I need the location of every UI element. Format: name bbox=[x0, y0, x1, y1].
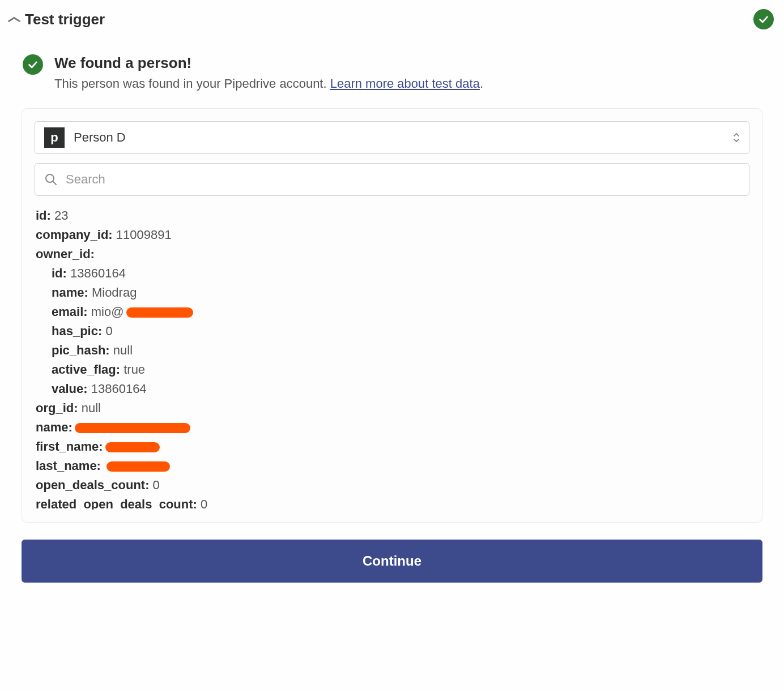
field-first-name: first_name: bbox=[36, 437, 748, 456]
redacted-firstname-icon bbox=[105, 442, 160, 452]
found-subtext: This person was found in your Pipedrive … bbox=[54, 76, 483, 91]
chevron-updown-icon bbox=[733, 132, 740, 143]
redacted-name-icon bbox=[75, 423, 190, 433]
person-selector[interactable]: p Person D bbox=[35, 121, 749, 154]
collapse-chevron-icon[interactable] bbox=[8, 14, 20, 25]
field-owner-value: value: 13860164 bbox=[36, 379, 748, 399]
redacted-lastname-icon bbox=[106, 461, 170, 472]
status-check-icon bbox=[753, 9, 774, 29]
svg-line-1 bbox=[53, 181, 56, 185]
field-name: name: bbox=[36, 418, 748, 437]
field-owner-active-flag: active_flag: true bbox=[36, 360, 748, 379]
field-id: id: 23 bbox=[36, 206, 748, 225]
section-title: Test trigger bbox=[25, 11, 747, 28]
found-heading: We found a person! bbox=[54, 54, 483, 72]
test-data-card: p Person D id: 23 company_id: 11009891 o… bbox=[22, 108, 762, 523]
record-data-panel[interactable]: id: 23 company_id: 11009891 owner_id: id… bbox=[35, 204, 749, 510]
search-input[interactable] bbox=[66, 172, 740, 187]
field-last-name: last_name: bbox=[36, 456, 748, 476]
person-selector-label: Person D bbox=[74, 130, 733, 145]
learn-more-link[interactable]: Learn more about test data bbox=[330, 76, 480, 91]
pipedrive-logo-icon: p bbox=[44, 127, 65, 148]
search-box[interactable] bbox=[35, 163, 749, 196]
redacted-email-icon bbox=[126, 307, 193, 318]
field-owner-id: owner_id: bbox=[36, 245, 748, 264]
field-owner-id-id: id: 13860164 bbox=[36, 264, 748, 283]
found-check-icon bbox=[23, 54, 43, 75]
field-org-id: org_id: null bbox=[36, 399, 748, 418]
field-open-deals: open_deals_count: 0 bbox=[36, 476, 748, 495]
field-related-open-deals: related_open_deals_count: 0 bbox=[36, 495, 748, 510]
field-owner-pic-hash: pic_hash: null bbox=[36, 341, 748, 360]
field-owner-email: email: mio@ bbox=[36, 302, 748, 322]
field-company-id: company_id: 11009891 bbox=[36, 225, 748, 245]
continue-button[interactable]: Continue bbox=[22, 540, 762, 583]
field-owner-name: name: Miodrag bbox=[36, 283, 748, 302]
search-icon bbox=[44, 173, 58, 186]
field-owner-has-pic: has_pic: 0 bbox=[36, 322, 748, 341]
